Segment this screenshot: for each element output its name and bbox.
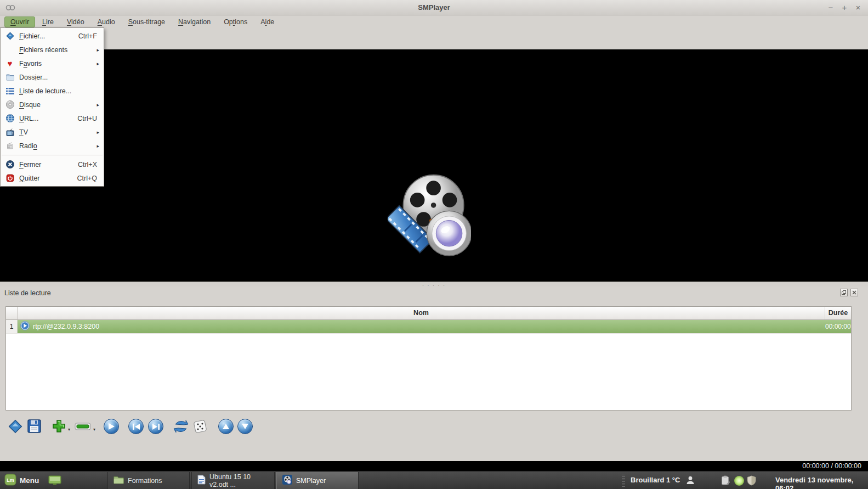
show-desktop-icon[interactable] [48,475,61,487]
menu-navigation[interactable]: Navigation [172,16,217,27]
playlist-icon [4,87,16,95]
folder-icon [114,475,124,486]
menu-video[interactable]: Vidéo [61,16,90,27]
clock-date[interactable]: Vendredi 13 novembre, 06:02 [775,476,868,489]
window-titlebar[interactable]: SMPlayer − + × [0,0,868,15]
mint-menu-button[interactable]: Lm Menu [2,473,43,487]
desktop: SMPlayer − + × Ouvrir Lire Vidéo Audio S… [0,0,868,489]
task-ubuntu-document[interactable]: Ubuntu 15 10 v2.odt ... [191,472,275,489]
mint-logo-icon: Lm [4,474,16,487]
add-button[interactable] [52,419,66,435]
remove-dropdown-arrow[interactable]: ▾ [93,427,95,432]
dock-close-button[interactable] [850,289,858,296]
folder-icon [4,73,16,82]
menu-item-quitter[interactable]: Quitter Ctrl+Q [1,171,104,185]
menu-lire[interactable]: Lire [36,16,60,27]
submenu-arrow-icon: ▸ [97,102,99,108]
heart-icon: ♥ [4,59,16,68]
power-icon [4,174,16,183]
smplayer-logo [388,173,471,258]
playlist-row[interactable]: 1 rtp://@232.0.9.3:8200 00:00:00 [6,320,851,334]
shield-icon[interactable] [747,475,756,487]
playlist-item-duration: 00:00:00 [825,320,851,333]
tv-icon [4,128,16,137]
smplayer-task-icon [282,475,292,486]
playlist-previous-button[interactable] [128,419,144,434]
move-down-button[interactable] [237,419,253,434]
menu-sous-titrage[interactable]: Sous-titrage [122,16,171,27]
save-playlist-button[interactable] [27,419,42,435]
playlist-header-name[interactable]: Nom [18,307,825,319]
submenu-arrow-icon: ▸ [97,143,99,149]
playlist-dock: Liste de lecture Nom Durée 1 rtp://@232.… [0,286,868,435]
dock-splitter-handle[interactable]: · · · · · [0,282,868,286]
menu-item-url[interactable]: URL... Ctrl+U [1,111,104,125]
menu-audio[interactable]: Audio [92,16,121,27]
menu-options[interactable]: Options [218,16,253,27]
tray-grip[interactable] [622,475,625,487]
menu-ouvrir[interactable]: Ouvrir [4,16,35,27]
playlist-header-gutter[interactable] [6,307,18,319]
submenu-arrow-icon: ▸ [97,61,99,66]
playlist-next-button[interactable] [148,419,163,434]
video-area[interactable] [0,49,868,282]
playlist-header-duration[interactable]: Durée [825,307,851,319]
open-menu-dropdown: Fichier... Ctrl+F Fichiers récents ▸ ♥ F… [0,27,104,187]
user-applet-icon[interactable] [685,475,695,487]
dock-float-button[interactable] [840,289,848,296]
menu-item-fichiers-recents[interactable]: Fichiers récents ▸ [1,43,104,57]
menu-item-disque[interactable]: Disque ▸ [1,98,104,111]
task-smplayer[interactable]: SMPlayer [276,472,359,489]
globe-icon [4,114,16,123]
menu-label: Menu [20,476,39,485]
load-playlist-button[interactable] [8,419,23,436]
menu-item-radio[interactable]: Radio ▸ [1,139,104,153]
dice-icon[interactable] [192,419,208,436]
close-button[interactable]: × [852,2,864,13]
add-dropdown-arrow[interactable]: ▾ [68,427,70,432]
playlist-header: Nom Durée [6,307,851,320]
playlist-table: Nom Durée 1 rtp://@232.0.9.3:8200 00:00:… [5,306,852,411]
menu-aide[interactable]: Aide [254,16,280,27]
task-formations[interactable]: Formations [107,472,190,489]
submenu-arrow-icon: ▸ [97,130,99,135]
task-label: Ubuntu 15 10 v2.odt ... [209,473,269,488]
task-label: Formations [128,477,162,485]
menu-item-dossier[interactable]: Dossier... [1,70,104,84]
task-label: SMPlayer [296,477,326,485]
menu-item-tv[interactable]: TV ▸ [1,125,104,139]
taskbar: Lm Menu Formations Ubuntu 15 10 v2.odt . [0,471,868,489]
remove-button[interactable] [75,423,91,432]
playlist-item-name: rtp://@232.0.9.3:8200 [33,323,99,330]
playlist-dock-title: Liste de lecture [4,289,51,297]
svg-text:Lm: Lm [7,477,14,483]
menu-item-fichier[interactable]: Fichier... Ctrl+F [1,29,104,43]
weather-indicator[interactable]: Brouillard 1 °C [631,476,680,484]
menu-item-fermer[interactable]: Fermer Ctrl+X [1,158,104,171]
document-icon [197,475,206,486]
menu-item-liste-de-lecture[interactable]: Liste de lecture... [1,84,104,98]
main-toolbar: Audio ▼ Sous-titres ▼ [0,29,868,49]
menu-item-favoris[interactable]: ♥ Favoris ▸ [1,57,104,70]
update-manager-icon[interactable] [734,475,745,488]
clipboard-icon[interactable] [721,475,730,487]
file-diamond-icon [4,32,16,41]
status-strip: 00:00:00 / 00:00:00 [0,461,868,471]
submenu-arrow-icon: ▸ [97,47,99,53]
close-circle-icon [4,160,16,169]
control-bar: ▾ ▾ [0,435,868,461]
maximize-button[interactable]: + [838,2,850,13]
disc-icon [4,100,16,109]
shuffle-icon[interactable] [173,419,189,436]
playlist-play-button[interactable] [104,419,119,434]
radio-icon [4,142,16,150]
menubar: Ouvrir Lire Vidéo Audio Sous-titrage Nav… [0,15,868,29]
window-title: SMPlayer [0,3,868,12]
now-playing-icon [20,321,30,332]
minimize-button[interactable]: − [825,2,837,13]
playlist-row-number: 1 [6,320,18,333]
move-up-button[interactable] [218,419,234,434]
menu-separator [2,155,103,155]
time-display: 00:00:00 / 00:00:00 [802,462,861,470]
